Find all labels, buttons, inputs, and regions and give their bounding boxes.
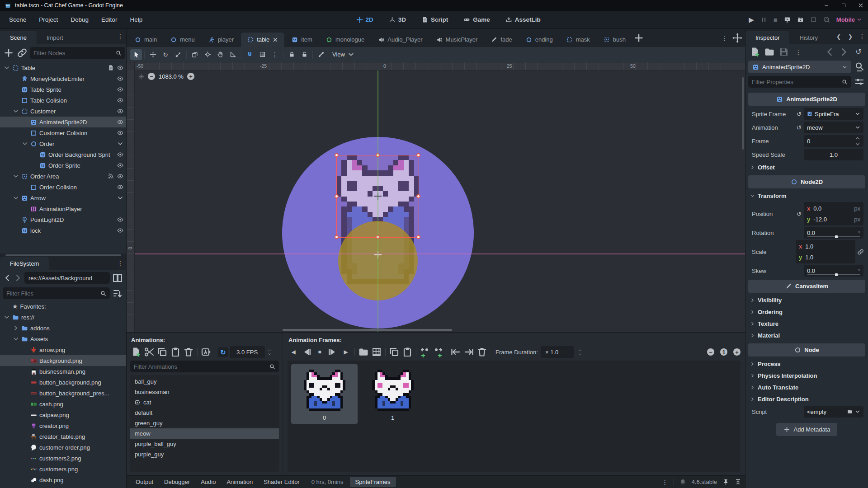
file-item-customer-order-png[interactable]: customer order.png xyxy=(0,442,126,453)
section-node2d[interactable]: Node2D xyxy=(748,175,865,188)
animation-default[interactable]: default xyxy=(130,408,279,418)
scene-node-arrow[interactable]: Arrow xyxy=(0,192,126,203)
tab-import[interactable]: Import xyxy=(37,31,73,44)
visibility-eye-icon[interactable] xyxy=(117,162,123,169)
bottom-menu-icon[interactable]: ⋮ xyxy=(662,479,668,485)
animation-ball_guy[interactable]: ball_guy xyxy=(130,376,279,387)
animation-cat[interactable]: cat xyxy=(130,397,279,408)
animation-businessman[interactable]: businessman xyxy=(130,387,279,397)
object-history-icon[interactable]: ↺ xyxy=(853,47,864,57)
selection-handle[interactable] xyxy=(416,194,420,198)
snap-options-menu[interactable]: ⋮ xyxy=(269,49,281,60)
play-icon[interactable]: ▶ xyxy=(340,347,352,357)
revert-icon[interactable]: ↺ xyxy=(796,125,802,131)
group-offset[interactable]: Offset xyxy=(747,161,866,173)
distraction-free-icon[interactable] xyxy=(731,33,743,43)
edited-node-selector[interactable]: AnimatedSprite2D xyxy=(748,61,851,73)
2d-viewport[interactable]: -50-2502550 0 xyxy=(127,62,745,332)
canvas-vscrollbar[interactable] xyxy=(742,77,744,150)
property-value[interactable]: 0.0° xyxy=(804,265,863,277)
stop-icon[interactable]: ■ xyxy=(314,347,326,357)
frame-duration-spinner[interactable] xyxy=(578,348,582,356)
visibility-eye-icon[interactable] xyxy=(117,216,123,223)
scene-tabs-menu-icon[interactable]: ⋮ xyxy=(719,33,731,43)
run-remote-debug-button[interactable] xyxy=(784,16,791,23)
scene-node-order[interactable]: Order xyxy=(0,138,126,149)
fs-path[interactable]: res://Assets/Background xyxy=(24,272,110,284)
menu-help[interactable]: Help xyxy=(124,14,148,25)
file-item-favorites-[interactable]: ★Favorites: xyxy=(0,301,126,312)
add-metadata-button[interactable]: Add Metadata xyxy=(776,423,838,436)
scene-tab-menu[interactable]: menu xyxy=(164,33,201,47)
frames-zoom-reset-button[interactable]: 1 xyxy=(720,348,727,356)
move-tool[interactable] xyxy=(147,49,159,60)
scene-node-table[interactable]: Table xyxy=(0,62,126,73)
scene-node-animatedsprite2d[interactable]: AnimatedSprite2D xyxy=(0,117,126,127)
frames-zoom-in-button[interactable]: + xyxy=(733,348,741,356)
file-item-catpaw-png[interactable]: catpaw.png xyxy=(0,409,126,420)
file-item-creator-table-png[interactable]: creator_table.png xyxy=(0,431,126,442)
zoom-in-button[interactable]: + xyxy=(187,73,194,80)
workspace-2d[interactable]: 2D xyxy=(352,14,378,25)
add-frames-from-sheet-icon[interactable] xyxy=(371,347,382,357)
ruler-tool[interactable] xyxy=(227,49,239,60)
pin-bottom-panel-icon[interactable] xyxy=(722,479,729,485)
file-item-button-background-pres-[interactable]: button_background_pres... xyxy=(0,388,126,399)
open-docs-icon[interactable] xyxy=(854,61,865,72)
script-value[interactable]: <empty xyxy=(804,406,863,418)
cut-icon[interactable] xyxy=(143,347,155,357)
bottom-tab-debugger[interactable]: Debugger xyxy=(159,477,195,487)
maximize-button[interactable] xyxy=(841,3,846,8)
visibility-eye-icon[interactable] xyxy=(117,97,123,103)
delete-frame-icon[interactable] xyxy=(476,347,488,357)
scene-node-lock[interactable]: lock xyxy=(0,225,126,236)
rotate-tool[interactable]: ↻ xyxy=(160,49,171,60)
visibility-eye-icon[interactable] xyxy=(117,86,123,93)
fps-spinner[interactable] xyxy=(267,348,272,356)
delete-animation-icon[interactable] xyxy=(183,347,194,357)
collapse-icon[interactable] xyxy=(22,141,28,147)
minimize-button[interactable] xyxy=(824,3,829,8)
file-item-button-background-png[interactable]: button_background.png xyxy=(0,377,126,388)
close-tab-icon[interactable] xyxy=(273,37,278,42)
animation-green_guy[interactable]: green_guy xyxy=(130,418,279,428)
slider-grabber[interactable] xyxy=(835,235,838,238)
file-item-customers-png[interactable]: customers.png xyxy=(0,464,126,474)
file-item-res-[interactable]: res:// xyxy=(0,312,126,323)
autoplay-on-load-icon[interactable] xyxy=(200,347,212,357)
frame-1[interactable]: 1 xyxy=(359,364,426,424)
expand-icon[interactable] xyxy=(13,325,19,331)
group-editor-description[interactable]: Editor Description xyxy=(747,393,866,405)
scene-node-pointlight2d[interactable]: PointLight2D xyxy=(0,214,126,225)
collapse-icon[interactable] xyxy=(4,65,10,71)
visibility-eye-icon[interactable] xyxy=(117,75,123,82)
file-item-cash-png[interactable]: cash.png xyxy=(0,399,126,409)
file-item-buisnessman-png[interactable]: buisnessman.png xyxy=(0,366,126,377)
bottom-tab-shader-editor[interactable]: Shader Editor xyxy=(258,477,305,487)
dock-splitter[interactable] xyxy=(0,253,126,257)
property-tools-icon[interactable] xyxy=(854,76,865,87)
workspace-assetlib[interactable]: AssetLib xyxy=(501,14,545,25)
scene-tab-fade[interactable]: fade xyxy=(485,33,518,47)
visibility-eye-icon[interactable] xyxy=(117,173,123,179)
pivot-tool[interactable] xyxy=(202,49,213,60)
frame-duration-value[interactable]: × 1.0 xyxy=(541,346,574,358)
new-scene-tab-button[interactable] xyxy=(633,33,645,43)
revert-icon[interactable]: ↺ xyxy=(796,211,802,217)
section-node[interactable]: Node xyxy=(748,343,865,357)
save-resource-icon[interactable] xyxy=(778,47,790,57)
canvas-hscrollbar[interactable] xyxy=(283,329,452,331)
selection-handle[interactable] xyxy=(335,235,339,239)
scene-node-order-sprite[interactable]: Order Sprite xyxy=(0,160,126,171)
file-item-customers2-png[interactable]: customers2.png xyxy=(0,453,126,464)
file-item-assets[interactable]: Assets xyxy=(0,333,126,344)
selection-handle[interactable] xyxy=(416,153,420,157)
new-animation-button[interactable] xyxy=(130,347,142,357)
scene-node-order-colision[interactable]: Order Colision xyxy=(0,182,126,192)
play-scene-button[interactable] xyxy=(797,16,804,23)
slider-grabber[interactable] xyxy=(835,273,838,276)
filesystem-menu-icon[interactable]: ⋮ xyxy=(114,258,126,269)
frame-0[interactable]: 0 xyxy=(291,364,358,424)
scene-tab-MusicPlayer[interactable]: MusicPlayer xyxy=(430,33,484,47)
collapse-icon[interactable] xyxy=(13,195,19,201)
